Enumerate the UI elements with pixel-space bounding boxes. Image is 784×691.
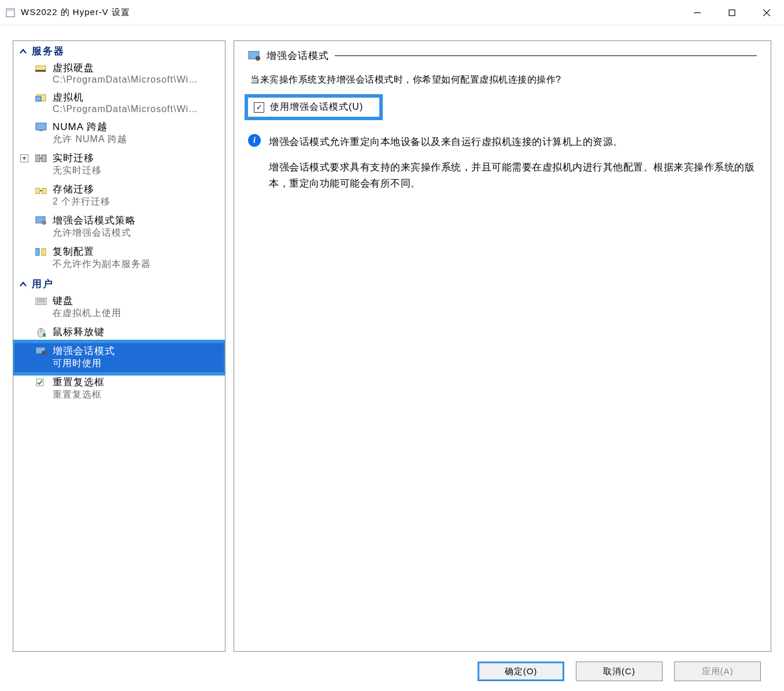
app-icon: [6, 8, 15, 17]
svg-point-30: [256, 56, 260, 61]
tree-item-numa[interactable]: NUMA 跨越 允许 NUMA 跨越: [13, 118, 225, 149]
tree-item-label: 实时迁移: [53, 151, 94, 165]
tree-item-sublabel: 可用时使用: [35, 358, 203, 370]
tree-item-sublabel: 允许增强会话模式: [35, 227, 203, 239]
svg-rect-3: [729, 10, 735, 16]
header-rule: [335, 55, 757, 56]
svg-rect-12: [35, 155, 40, 162]
keyboard-icon: [35, 295, 47, 307]
tree-item-label: 存储迁移: [53, 183, 94, 196]
tree-item-sublabel: 无实时迁移: [35, 165, 203, 177]
svg-rect-13: [42, 155, 46, 162]
detail-header: 增强会话模式: [248, 49, 757, 62]
svg-rect-1: [6, 9, 14, 11]
checkbox-icon: ✓: [254, 102, 264, 113]
tree-item-vm[interactable]: 虚拟机 C:\ProgramData\Microsoft\Windo...: [13, 88, 225, 118]
tree-item-sublabel: C:\ProgramData\Microsoft\Windo...: [35, 75, 203, 85]
tree-item-mouse-release[interactable]: 鼠标释放键: [13, 323, 225, 342]
tree-item-storage-migration[interactable]: 存储迁移 2 个并行迁移: [13, 180, 225, 211]
server-migrate-icon: [35, 153, 47, 164]
section-header-server[interactable]: 服务器: [13, 41, 225, 59]
window-title: WS2022 的 Hyper-V 设置: [21, 7, 680, 18]
section-title-server: 服务器: [32, 44, 65, 58]
svg-rect-19: [42, 248, 46, 255]
maximize-button[interactable]: [715, 0, 749, 25]
svg-point-17: [42, 220, 46, 225]
use-enhanced-session-checkbox[interactable]: ✓ 使用增强会话模式(U): [245, 94, 383, 120]
detail-panel: 增强会话模式 当来宾操作系统支持增强会话模式时，你希望如何配置虚拟机连接的操作?…: [234, 40, 771, 652]
tree-item-replication[interactable]: 复制配置 不允许作为副本服务器: [13, 243, 225, 274]
checkbox-label: 使用增强会话模式(U): [270, 101, 363, 113]
info-paragraph-2: 增强会话模式要求具有支持的来宾操作系统，并且可能需要在虚拟机内进行其他配置。根据…: [269, 159, 757, 192]
tree-item-label: NUMA 跨越: [53, 120, 108, 133]
detail-title: 增强会话模式: [267, 49, 329, 62]
tree-item-sublabel: 允许 NUMA 跨越: [35, 133, 203, 146]
detail-question: 当来宾操作系统支持增强会话模式时，你希望如何配置虚拟机连接的操作?: [250, 74, 755, 86]
svg-point-27: [42, 351, 46, 355]
tree-item-live-migration[interactable]: + 实时迁移 无实时迁移: [13, 149, 225, 180]
tree-item-sublabel: 重置复选框: [35, 389, 203, 401]
tree-item-label: 复制配置: [53, 245, 94, 258]
tree-item-reset-checkboxes[interactable]: 重置复选框 重置复选框: [13, 373, 225, 404]
tree-item-sublabel: 不允许作为副本服务器: [35, 258, 203, 270]
titlebar: WS2022 的 Hyper-V 设置: [0, 0, 784, 25]
svg-rect-10: [36, 123, 46, 130]
replicate-icon: [35, 246, 47, 258]
apply-button[interactable]: 应用(A): [674, 662, 761, 681]
svg-rect-18: [35, 248, 39, 255]
chevron-up-icon: [18, 46, 28, 57]
tree-item-sublabel: 在虚拟机上使用: [35, 307, 203, 320]
cancel-button[interactable]: 取消(C): [576, 662, 663, 681]
tree-item-label: 虚拟机: [53, 91, 84, 104]
tree-item-sublabel: 2 个并行迁移: [35, 196, 203, 208]
tree-item-label: 键盘: [53, 294, 73, 307]
expand-icon[interactable]: +: [20, 154, 28, 162]
svg-rect-9: [35, 96, 41, 101]
ok-button[interactable]: 确定(O): [478, 662, 564, 681]
tree-item-vhd[interactable]: 虚拟硬盘 C:\ProgramData\Microsoft\Windo...: [13, 59, 225, 88]
folder-vm-icon: [35, 92, 47, 103]
tree-item-keyboard[interactable]: 键盘 在虚拟机上使用: [13, 292, 225, 323]
svg-rect-15: [42, 188, 47, 194]
tree-item-label: 增强会话模式策略: [53, 214, 136, 227]
info-paragraph-1: 增强会话模式允许重定向本地设备以及来自运行虚拟机连接的计算机上的资源。: [269, 134, 757, 150]
svg-rect-11: [39, 130, 43, 131]
tree-item-enhanced-session-policy[interactable]: 增强会话模式策略 允许增强会话模式: [13, 211, 225, 243]
tree-item-label: 增强会话模式: [53, 344, 115, 358]
monitor-enhanced-icon: [35, 346, 47, 357]
button-bar: 确定(O) 取消(C) 应用(A): [0, 652, 784, 691]
tree-item-label: 鼠标释放键: [53, 325, 105, 339]
settings-tree: 服务器 虚拟硬盘 C:\ProgramData\Microsoft\Windo.…: [13, 40, 225, 652]
tree-item-label: 重置复选框: [53, 376, 105, 389]
info-block: i 增强会话模式允许重定向本地设备以及来自运行虚拟机连接的计算机上的资源。 增强…: [248, 134, 757, 201]
info-icon: i: [248, 134, 261, 147]
tree-item-label: 虚拟硬盘: [53, 61, 94, 75]
monitor-enhanced-icon: [248, 50, 261, 62]
svg-rect-14: [35, 188, 40, 194]
chevron-up-icon: [18, 279, 28, 289]
monitor-gear-icon: [35, 215, 47, 226]
section-title-user: 用户: [32, 277, 54, 291]
minimize-button[interactable]: [680, 0, 715, 25]
monitor-icon: [35, 121, 47, 133]
tree-item-sublabel: C:\ProgramData\Microsoft\Windo...: [35, 104, 203, 114]
mouse-icon: [35, 326, 47, 338]
section-header-user[interactable]: 用户: [13, 274, 225, 292]
checkbox-reset-icon: [35, 377, 47, 388]
svg-rect-7: [35, 70, 46, 72]
tree-item-enhanced-session[interactable]: 增强会话模式 可用时使用: [13, 342, 225, 373]
storage-migrate-icon: [35, 184, 47, 195]
disk-icon: [35, 62, 47, 74]
close-button[interactable]: [749, 0, 784, 25]
